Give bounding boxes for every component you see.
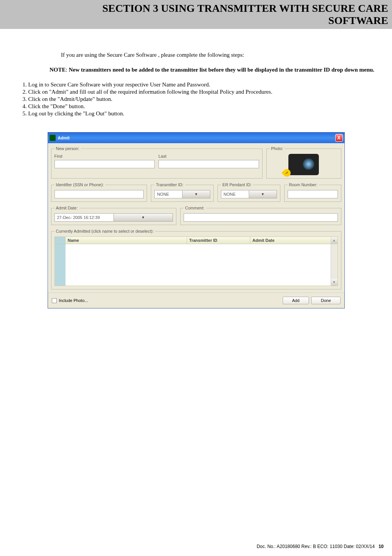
er-value: NONE [221,192,249,197]
note-paragraph: NOTE: New transmitters need to be added … [50,67,384,73]
scroll-up-icon[interactable]: ▲ [331,237,338,244]
photo-legend: Photo: [270,146,285,151]
admit-date-group: Admit Date: 27-Dec- 2005 16:12:39 ▼ [51,206,176,225]
grid-header-tid[interactable]: Transmitter ID [187,237,250,244]
intro-text: If you are using the Secure Care Softwar… [61,52,384,58]
page-content: If you are using the Secure Care Softwar… [0,29,392,324]
grid-empty-area [66,244,331,286]
window-body: New person: First Last [48,143,344,292]
chevron-down-icon[interactable]: ▼ [182,190,210,198]
step-4: Click the "Done" button. [28,103,384,110]
transmitter-group: Transmitter ID: NONE ▼ [151,182,214,202]
transmitter-value: NONE [155,192,182,197]
scrollbar[interactable]: ▼ [331,244,338,286]
section-title-2: SOFTWARE [328,14,388,26]
close-icon[interactable]: X [335,134,343,142]
grid-body: ▼ [54,244,338,286]
grid-header-select [55,237,66,244]
currently-legend: Currently Admitted (click name to select… [54,229,155,233]
grid-header-date[interactable]: Admit Date [250,237,331,244]
step-2: Click on "Admit" and fill out all of the… [28,89,384,95]
comment-input[interactable] [184,213,338,222]
er-legend: ER Pendant ID: [221,182,253,187]
window-title: Admit [58,136,335,140]
include-photo-checkbox[interactable] [52,298,57,303]
last-label: Last [158,154,259,158]
admit-window: Admit X New person: First Last [48,132,345,308]
comment-group: Comment: [180,206,341,225]
admit-date-select[interactable]: 27-Dec- 2005 16:12:39 ▼ [54,213,173,222]
steps-list: Log in to Secure Care Software with your… [19,81,384,117]
er-select[interactable]: NONE ▼ [221,190,277,198]
bottom-bar: Include Photo... Add Done [48,292,344,308]
grid-select-col [55,244,66,286]
first-input[interactable] [54,160,155,168]
chevron-down-icon[interactable]: ▼ [114,214,173,221]
identifier-legend: Identifier (SSN or Phone): [54,182,106,187]
new-person-group: New person: First Last [51,146,262,179]
app-icon [50,135,56,141]
room-legend: Room Number: [288,182,319,187]
step-3: Click on the "Admit/Update" button. [28,96,384,102]
section-title-1: SECTION 3 USING TRANSMITTER WITH SECURE … [102,2,388,14]
camera-icon [288,154,319,175]
grid-headers: Name Transmitter ID Admit Date ▲ [54,236,338,244]
identifier-group: Identifier (SSN or Phone): [51,182,147,202]
chevron-down-icon[interactable]: ▼ [249,190,277,198]
step-5: Log out by clicking the "Log Out" button… [28,110,384,117]
scroll-down-icon[interactable]: ▼ [331,279,338,286]
note-body: New transmitters need to be added to the… [69,67,374,73]
transmitter-select[interactable]: NONE ▼ [154,190,210,198]
titlebar: Admit X [48,133,344,143]
new-person-legend: New person: [54,146,81,151]
admit-date-legend: Admit Date: [54,206,79,210]
photo-group: Photo: [266,146,341,179]
done-button[interactable]: Done [311,297,340,304]
identifier-input[interactable] [54,190,144,198]
step-1: Log in to Secure Care Software with your… [28,81,384,88]
currently-admitted-group: Currently Admitted (click name to select… [51,229,341,289]
comment-legend: Comment: [184,206,206,210]
admit-date-value: 27-Dec- 2005 16:12:39 [55,215,114,220]
grid-header-name[interactable]: Name [66,237,187,244]
transmitter-legend: Transmitter ID: [154,182,185,187]
note-label: NOTE [50,67,66,73]
first-label: First [54,154,155,158]
section-header: SECTION 3 USING TRANSMITTER WITH SECURE … [0,0,392,29]
include-photo-label: Include Photo... [59,298,88,303]
add-button[interactable]: Add [283,297,309,304]
er-pendant-group: ER Pendant ID: NONE ▼ [218,182,280,202]
room-group: Room Number: [284,182,341,202]
last-input[interactable] [158,160,259,168]
room-input[interactable] [288,190,338,198]
